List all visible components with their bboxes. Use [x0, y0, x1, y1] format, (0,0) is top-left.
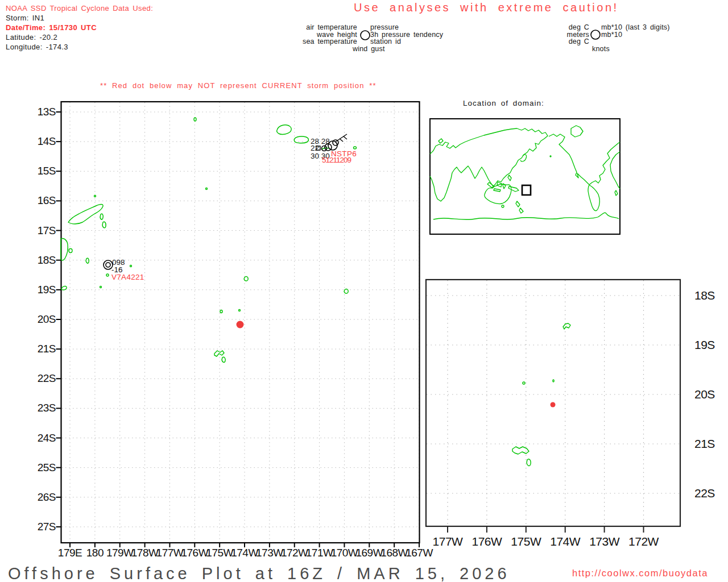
coast-madagascar — [615, 190, 618, 196]
coast-tasmania — [502, 205, 504, 207]
detail-y-axis-label: 18S — [694, 289, 715, 302]
tick-mark — [680, 0, 686, 345]
header-source-line: NOAA SSD Tropical Cyclone Data Used: — [6, 3, 153, 13]
coast-philippines — [508, 175, 511, 181]
detail-x-axis-label: 175W — [507, 535, 545, 548]
legend-unit-degc-air: deg C — [535, 24, 589, 31]
tick-mark — [680, 0, 686, 493]
tick-mark — [680, 0, 686, 296]
cluster-wave-height: 22 — [311, 144, 319, 152]
main-y-axis-label: 22S — [30, 372, 56, 385]
island-viti-levu — [61, 239, 68, 261]
detail-y-axis-label: 22S — [694, 487, 715, 500]
island-late — [244, 277, 248, 281]
islet-dot — [354, 147, 357, 149]
header-latitude: Latitude: -20.2 — [6, 32, 57, 42]
main-y-axis-label: 27S — [30, 521, 56, 533]
island-vanua-levu — [68, 205, 103, 225]
storm-dot-warning: ** Red dot below may NOT represent CURRE… — [100, 81, 377, 90]
island-eua-detail — [527, 459, 531, 466]
wind-barb-feather — [344, 136, 347, 139]
island-vavau — [563, 323, 570, 329]
detail-map-grid — [427, 0, 686, 533]
coast-north-america — [549, 134, 620, 185]
island-taveuni-a — [100, 214, 103, 219]
header-storm: Storm: IN1 — [6, 13, 44, 23]
legend-units-circle-icon — [590, 29, 601, 40]
coast-australia — [485, 184, 511, 204]
legend-unit-degc-sea: deg C — [535, 38, 589, 45]
caution-title: Use analyses with extreme caution! — [354, 1, 619, 14]
coast-africa-right — [610, 152, 620, 189]
world-coastlines — [430, 126, 620, 219]
legend-unit-knots: knots — [592, 45, 610, 53]
coast-new-zealand-north — [516, 201, 520, 207]
main-y-axis-label: 19S — [30, 284, 56, 296]
detail-x-axis-label: 177W — [429, 535, 466, 548]
legend-air-temperature: air temperature — [259, 24, 357, 31]
islet-dot — [106, 274, 109, 276]
detail-x-axis-label: 176W — [468, 535, 506, 548]
storm-position-dot-detail — [551, 402, 556, 408]
island-tongatapu-detail — [512, 447, 529, 454]
tick-mark — [680, 0, 686, 444]
islet-dot — [130, 265, 132, 267]
main-y-axis-label: 13S — [30, 106, 56, 118]
inset-map-frame — [430, 119, 620, 234]
islet-dot — [206, 188, 208, 190]
islet-dot — [100, 286, 102, 288]
coast-south-america — [588, 185, 599, 211]
main-y-axis-label: 17S — [30, 225, 56, 237]
island-ring — [69, 249, 72, 253]
islet-dot — [94, 196, 96, 197]
island-savaii — [277, 125, 292, 135]
island-eua — [222, 357, 225, 362]
main-y-axis-label: 15S — [30, 165, 56, 177]
cluster-station-id-2: 51211209 — [322, 156, 351, 164]
source-url[interactable]: http://coolwx.com/buoydata — [572, 568, 708, 579]
legend-wind-gust: wind gust — [353, 45, 385, 53]
domain-location-box — [522, 185, 531, 195]
island-upolu — [294, 136, 308, 143]
tick-mark — [680, 0, 686, 394]
main-y-axis-label: 18S — [30, 254, 56, 267]
detail-x-axis-label: 173W — [586, 535, 623, 548]
islet-dot — [523, 382, 525, 384]
legend-station-circle-icon — [359, 30, 371, 41]
detail-y-axis-label: 20S — [694, 388, 715, 401]
islet-dot — [220, 310, 222, 313]
detail-y-axis-label: 21S — [694, 437, 715, 451]
island-sliver — [86, 258, 89, 263]
main-y-axis-label: 20S — [30, 313, 56, 326]
coast-hawaii-dot — [550, 156, 551, 157]
main-y-axis-label: 23S — [30, 402, 56, 414]
island-tongatapu — [214, 351, 224, 356]
islet-dot — [194, 118, 196, 121]
main-y-axis-label: 14S — [30, 135, 56, 148]
island-taveuni-b — [102, 222, 106, 228]
detail-x-axis-label: 172W — [625, 535, 663, 548]
coast-greenland — [571, 126, 583, 137]
legend-pressure: pressure — [370, 24, 399, 31]
coast-new-guinea — [508, 186, 519, 192]
islet-dot — [239, 310, 241, 311]
storm-position-dot-main — [237, 321, 244, 329]
detail-x-axis-label: 174W — [547, 535, 584, 548]
coast-britain — [439, 139, 443, 143]
main-y-axis-label: 25S — [30, 462, 56, 474]
main-y-axis-label: 16S — [30, 194, 56, 207]
station-v7a4221-id: V7A4221 — [111, 273, 144, 281]
main-x-axis-label: 167W — [404, 547, 434, 559]
legend-unit-mb10-last3: mb*10 (last 3 digits) — [601, 24, 670, 31]
coast-new-zealand-south — [519, 208, 523, 213]
island-kadavu — [61, 286, 67, 290]
detail-y-axis-label: 19S — [694, 338, 715, 352]
legend-sea-temperature: sea temperature — [259, 38, 357, 45]
coast-java — [494, 189, 500, 192]
station-circle-inner — [106, 263, 110, 267]
inset-map-title: Location of domain: — [463, 99, 544, 107]
main-y-axis-label: 21S — [30, 343, 56, 355]
header-datetime: Date/Time: 15/1730 UTC — [6, 23, 97, 32]
main-y-axis-label: 26S — [30, 491, 56, 504]
island-niue — [344, 289, 348, 294]
